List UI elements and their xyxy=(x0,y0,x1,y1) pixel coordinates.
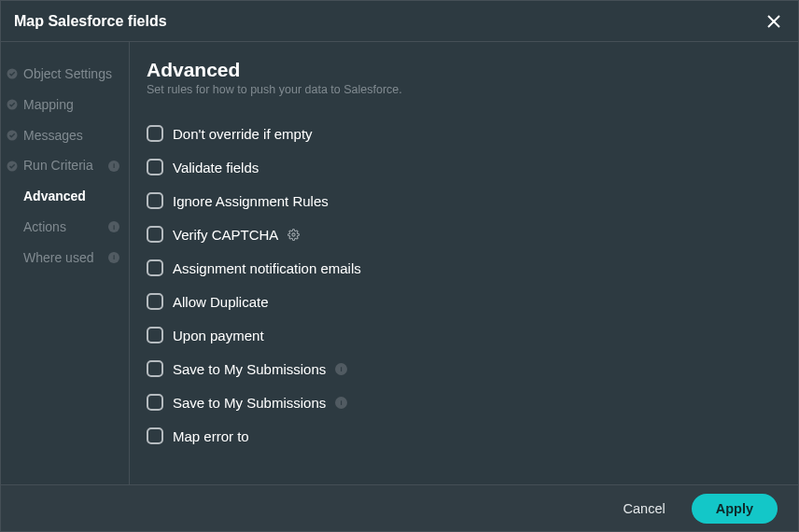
option-assignment-notification-emails: Assignment notification emails xyxy=(147,251,778,285)
option-label: Assignment notification emails xyxy=(173,260,361,276)
checkbox[interactable] xyxy=(147,192,163,209)
sidebar-item-label: Mapping xyxy=(23,97,119,113)
sidebar-item-label: Object Settings xyxy=(23,66,119,82)
checkbox[interactable] xyxy=(147,259,163,276)
checkbox[interactable] xyxy=(147,125,163,142)
check-icon xyxy=(7,161,18,172)
option-label: Validate fields xyxy=(173,160,259,175)
option-verify-captcha: Verify CAPTCHA xyxy=(147,217,778,251)
modal-map-salesforce-fields: Map Salesforce fields Object Settings Ma… xyxy=(0,0,799,532)
checkbox[interactable] xyxy=(147,159,163,175)
svg-point-6 xyxy=(292,232,295,235)
option-allow-duplicate: Allow Duplicate xyxy=(147,285,778,318)
option-label: Allow Duplicate xyxy=(173,294,269,310)
checkbox[interactable] xyxy=(147,293,163,310)
checkbox[interactable] xyxy=(147,394,163,411)
check-icon xyxy=(7,68,18,79)
info-icon[interactable]: i xyxy=(108,161,119,172)
panel-subtitle: Set rules for how to push your data to S… xyxy=(147,83,778,96)
option-label: Save to My Submissions xyxy=(173,361,326,377)
check-icon xyxy=(7,99,18,110)
sidebar-item-label: Actions xyxy=(23,219,103,235)
option-save-to-my-submissions-2: Save to My Submissions i xyxy=(147,385,778,419)
info-icon[interactable]: i xyxy=(335,363,347,375)
panel-heading: Advanced xyxy=(147,59,778,81)
sidebar-item-where-used[interactable]: Where used i xyxy=(1,243,129,273)
info-icon[interactable]: i xyxy=(335,397,347,409)
modal-title: Map Salesforce fields xyxy=(14,13,167,30)
close-button[interactable] xyxy=(763,10,785,33)
option-label: Don't override if empty xyxy=(173,126,313,142)
option-label: Map error to xyxy=(173,428,249,444)
info-icon[interactable]: i xyxy=(108,221,119,232)
checkbox[interactable] xyxy=(147,226,163,243)
sidebar-item-label: Advanced xyxy=(23,189,119,204)
sidebar: Object Settings Mapping Messages Run Cri… xyxy=(1,42,130,484)
option-upon-payment: Upon payment xyxy=(147,318,778,352)
content-panel: Advanced Set rules for how to push your … xyxy=(130,42,798,484)
sidebar-item-label: Messages xyxy=(23,128,119,144)
option-validate-fields: Validate fields xyxy=(147,150,778,184)
sidebar-item-object-settings[interactable]: Object Settings xyxy=(1,59,129,90)
titlebar: Map Salesforce fields xyxy=(1,1,798,42)
close-icon xyxy=(766,14,781,29)
cancel-button[interactable]: Cancel xyxy=(616,496,673,522)
option-dont-override-if-empty: Don't override if empty xyxy=(147,117,778,150)
sidebar-item-mapping[interactable]: Mapping xyxy=(1,90,129,120)
apply-button[interactable]: Apply xyxy=(692,494,778,524)
check-icon xyxy=(7,130,18,141)
option-label: Upon payment xyxy=(173,328,264,343)
info-icon[interactable]: i xyxy=(108,252,119,263)
modal-body: Object Settings Mapping Messages Run Cri… xyxy=(1,42,798,484)
checkbox[interactable] xyxy=(147,427,163,444)
option-label: Verify CAPTCHA xyxy=(173,227,278,243)
sidebar-item-label: Run Criteria xyxy=(23,158,103,174)
sidebar-item-advanced[interactable]: Advanced xyxy=(1,181,129,212)
checkbox[interactable] xyxy=(147,327,163,343)
modal-footer: Cancel Apply xyxy=(1,484,798,531)
checkbox[interactable] xyxy=(147,360,163,377)
sidebar-item-run-criteria[interactable]: Run Criteria i xyxy=(1,150,129,181)
sidebar-item-label: Where used xyxy=(23,250,103,266)
gear-icon[interactable] xyxy=(287,229,300,241)
sidebar-item-messages[interactable]: Messages xyxy=(1,120,129,151)
option-save-to-my-submissions-1: Save to My Submissions i xyxy=(147,352,778,385)
option-map-error-to: Map error to xyxy=(147,419,778,453)
option-label: Ignore Assignment Rules xyxy=(173,193,329,209)
sidebar-item-actions[interactable]: Actions i xyxy=(1,212,129,243)
option-ignore-assignment-rules: Ignore Assignment Rules xyxy=(147,184,778,217)
option-label: Save to My Submissions xyxy=(173,395,326,411)
